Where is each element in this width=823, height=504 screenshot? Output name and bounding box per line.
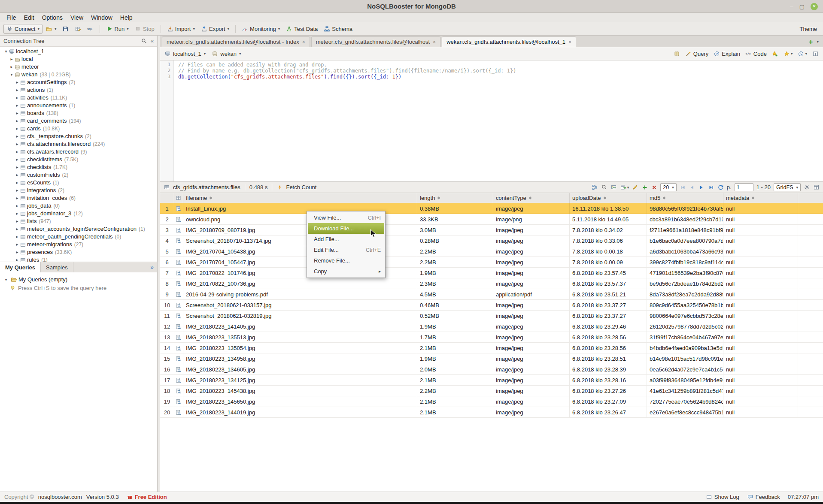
run-button[interactable]: Run▾ <box>103 24 131 33</box>
expander-icon[interactable]: ▸ <box>15 117 20 125</box>
preview-file-icon[interactable] <box>174 407 183 417</box>
tree-node-lists[interactable]: ▸lists(947) <box>0 217 157 225</box>
tree-node-boards[interactable]: ▸boards(138) <box>0 109 157 117</box>
preview-file-icon[interactable] <box>174 300 183 310</box>
table-row[interactable]: 3IMG_20180709_080719.jpg3.0MBimage/jpeg7… <box>160 225 823 235</box>
database-selector[interactable]: wekan ▾ <box>212 51 241 57</box>
preview-file-icon[interactable] <box>174 375 183 385</box>
editor-tab-meteor-cfs-gridfs-attachments-files-loca[interactable]: meteor:cfs_gridfs.attachments.files@loca… <box>311 36 440 47</box>
expander-icon[interactable]: ▸ <box>15 86 20 94</box>
tree-node-cfs-attachments-filerecord[interactable]: ▸cfs.attachments.filerecord(224) <box>0 140 157 148</box>
tree-node-jobs-dominator-3[interactable]: ▸jobs_dominator_3(12) <box>0 210 157 217</box>
code-editor[interactable]: 1// Files can be added easily with drag … <box>160 60 823 181</box>
search-icon[interactable] <box>141 38 147 44</box>
context-menu-item-edit-file[interactable]: Edit File...Ctrl+E <box>308 244 384 255</box>
expander-icon[interactable]: ▸ <box>15 78 20 86</box>
expander-icon[interactable]: ▸ <box>15 109 20 117</box>
expander-icon[interactable]: ▾ <box>3 277 9 282</box>
table-row[interactable]: 18IMG_20180223_145438.jpg2.2MBimage/jpeg… <box>160 386 823 396</box>
minimize-icon[interactable]: – <box>790 4 793 9</box>
tree-node-actions[interactable]: ▸actions(1) <box>0 86 157 94</box>
delete-icon[interactable] <box>651 184 657 190</box>
preview-file-icon[interactable] <box>174 289 183 299</box>
tree-node-customfields[interactable]: ▸customFields(2) <box>0 171 157 179</box>
table-row[interactable]: 11Screenshot_20180621-032819.jpg0.52MBim… <box>160 311 823 321</box>
export-results-button[interactable]: ▾ <box>620 184 629 190</box>
context-menu-item-copy[interactable]: Copy▸ <box>308 266 384 277</box>
connection-selector[interactable]: localhost_1 ▾ <box>164 51 206 57</box>
expander-icon[interactable]: ▸ <box>15 94 20 102</box>
column-header-metadata[interactable]: metadata <box>723 193 798 203</box>
close-icon[interactable]: ✕ <box>811 3 818 10</box>
expander-icon[interactable]: ▸ <box>15 194 20 202</box>
sql-query-button[interactable]: SQL <box>85 24 96 33</box>
preview-file-icon[interactable] <box>174 364 183 374</box>
preview-file-icon[interactable] <box>174 332 183 342</box>
view-mode-select[interactable]: GridFS▾ <box>774 183 801 191</box>
tree-node-local[interactable]: ▸local <box>0 55 157 63</box>
table-row[interactable]: 14IMG_20180223_135054.jpg2.1MBimage/jpeg… <box>160 343 823 353</box>
add-favorite-icon[interactable] <box>772 51 778 57</box>
preview-file-icon[interactable] <box>174 268 183 278</box>
site-link[interactable]: nosqlbooster.com <box>38 494 82 500</box>
tree-node-cards[interactable]: ▸cards(10.8K) <box>0 125 157 133</box>
snippets-icon[interactable] <box>674 51 680 57</box>
expander-icon[interactable]: ▸ <box>15 156 20 163</box>
expander-icon[interactable]: ▸ <box>15 210 20 217</box>
preview-file-icon[interactable] <box>174 278 183 289</box>
monitoring-button[interactable]: Monitoring▾ <box>239 24 282 33</box>
collapse-sidebar-icon[interactable]: « <box>151 38 154 44</box>
menu-edit[interactable]: Edit <box>20 14 38 21</box>
my-queries-folder[interactable]: ▾ My Queries (empty) <box>3 275 154 284</box>
menu-help[interactable]: Help <box>116 14 137 21</box>
table-row[interactable]: 5IMG_20170704_105438.jpg2.2MBimage/jpeg7… <box>160 246 823 257</box>
table-row[interactable]: 10Screenshot_20180621-033157.jpg0.46MBim… <box>160 300 823 311</box>
editor-tab-meteor-cfs-gridfs-attachments-files-loca[interactable]: meteor:cfs_gridfs.attachments.files@loca… <box>162 36 310 47</box>
preview-file-icon[interactable] <box>174 214 183 224</box>
first-page-icon[interactable] <box>680 184 686 190</box>
preview-file-icon[interactable] <box>174 257 183 267</box>
preview-file-icon[interactable] <box>174 203 183 214</box>
favorites-dropdown[interactable]: ▾ <box>784 51 793 57</box>
sidebar-tab-my-queries[interactable]: My Queries <box>0 262 41 272</box>
last-page-icon[interactable] <box>708 184 714 190</box>
tree-node-meteor-accounts-loginserviceconfiguration[interactable]: ▸meteor_accounts_loginServiceConfigurati… <box>0 225 157 233</box>
table-row[interactable]: 12IMG_20180223_141405.jpg1.9MBimage/jpeg… <box>160 321 823 332</box>
expander-icon[interactable]: ▸ <box>15 148 20 156</box>
page-size-select[interactable]: 20▾ <box>660 183 676 191</box>
expander-icon[interactable]: ▸ <box>9 63 14 71</box>
table-row[interactable]: 6IMG_20170704_105447.jpg2.2MBimage/jpeg7… <box>160 257 823 268</box>
tree-node-rules[interactable]: ▸rules(1) <box>0 256 157 262</box>
add-icon[interactable] <box>641 184 648 190</box>
fetch-count-button[interactable]: Fetch Count <box>286 184 316 190</box>
expander-icon[interactable]: ▸ <box>15 179 20 187</box>
table-row[interactable]: 92016-04-29-solving-problems.pdf4.5MBapp… <box>160 289 823 300</box>
next-page-icon[interactable] <box>698 184 705 190</box>
table-row[interactable]: 16IMG_20180223_134605.jpg2.0MBimage/jpeg… <box>160 364 823 375</box>
page-number-input[interactable] <box>735 183 753 191</box>
tree-node-wekan[interactable]: ▾wekan(33 | 0.21GB) <box>0 71 157 78</box>
preview-file-icon[interactable] <box>174 235 183 246</box>
expander-icon[interactable]: ▸ <box>15 256 20 262</box>
tree-node-integrations[interactable]: ▸integrations(2) <box>0 187 157 194</box>
new-tab-button[interactable]: + <box>809 38 813 45</box>
theme-button[interactable]: Theme <box>800 26 817 32</box>
prev-page-icon[interactable] <box>689 184 695 190</box>
edit-icon[interactable] <box>632 184 638 190</box>
editor-tab-wekan-cfs-gridfs-attachments-files-local[interactable]: wekan:cfs_gridfs.attachments.files@local… <box>442 36 576 47</box>
explain-button[interactable]: ? Explain <box>714 51 740 57</box>
menu-window[interactable]: Window <box>87 14 116 21</box>
tree-node-activities[interactable]: ▸activities(11.1K) <box>0 94 157 102</box>
preview-icon[interactable] <box>610 184 617 190</box>
aggregate-icon[interactable] <box>592 184 598 190</box>
export-button[interactable]: Export▾ <box>198 24 232 33</box>
edition-badge[interactable]: Free Edition <box>127 494 167 500</box>
tree-node-announcements[interactable]: ▸announcements(1) <box>0 102 157 109</box>
preview-file-icon[interactable] <box>174 353 183 364</box>
maximize-icon[interactable]: ▢ <box>799 4 805 9</box>
tab-list-icon[interactable]: ▾ <box>817 39 819 44</box>
expander-icon[interactable]: ▸ <box>15 171 20 179</box>
context-menu-item-download-file[interactable]: Download File... <box>308 223 384 234</box>
show-log-button[interactable]: Show Log <box>706 494 739 500</box>
refresh-icon[interactable] <box>717 184 724 190</box>
